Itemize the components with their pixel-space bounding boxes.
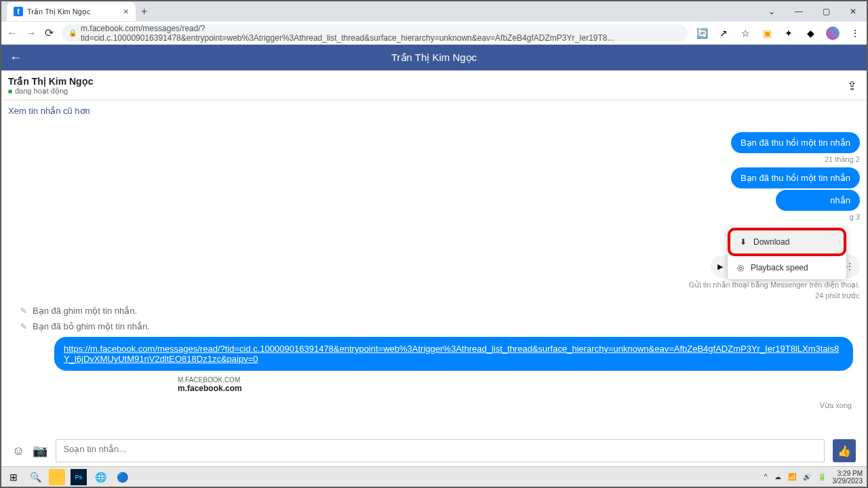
photoshop-icon[interactable]: Ps [71, 469, 87, 485]
link-message: https://m.facebook.com/messages/read/?ti… [54, 337, 853, 371]
bookmark-icon[interactable]: ☆ [739, 27, 751, 39]
extension2-icon[interactable]: ◆ [804, 27, 816, 39]
recalled-message: Bạn đã thu hồi một tin nhắn [731, 132, 860, 153]
profile-avatar[interactable] [826, 26, 840, 40]
preview-title: m.facebook.com [178, 384, 846, 393]
facebook-favicon: f [14, 7, 23, 16]
window-controls: ⌄ — ▢ ✕ [758, 1, 867, 22]
audio-menu-icon[interactable]: ⋮ [845, 261, 854, 272]
browser-tab[interactable]: f Trần Thị Kim Ngọc × [7, 2, 136, 21]
menu-icon[interactable]: ⋮ [849, 27, 861, 39]
recalled-message-partial: nhắn [776, 190, 860, 211]
explorer-icon[interactable] [49, 469, 65, 485]
puzzle-icon[interactable]: ✦ [783, 27, 795, 39]
maximize-button[interactable]: ▢ [812, 1, 840, 22]
preview-domain: M.FACEBOOK.COM [178, 376, 846, 384]
app-icon[interactable]: 🔵 [114, 469, 130, 485]
download-icon: ⬇ [740, 237, 747, 247]
start-button[interactable]: ⊞ [5, 469, 22, 485]
message-link[interactable]: https://m.facebook.com/messages/read/?ti… [64, 344, 839, 364]
message-timestamp: g 3 [850, 213, 860, 221]
lock-icon: 🔒 [68, 29, 77, 37]
extension-icon[interactable]: ▣ [761, 27, 773, 39]
system-message: ✎ Bạn đã ghim một tin nhắn. [20, 306, 848, 316]
conversation-header: Trần Thị Kim Ngọc đang hoạt động ⇪ [1, 70, 867, 100]
close-tab-icon[interactable]: × [123, 6, 129, 17]
tray-chevron-icon[interactable]: ^ [764, 473, 768, 481]
close-window-button[interactable]: ✕ [840, 1, 867, 22]
fb-back-button[interactable]: ← [9, 51, 22, 65]
just-now-timestamp: Vừa xong [16, 401, 852, 410]
speed-icon: ◎ [737, 263, 744, 272]
clock[interactable]: 3:29 PM 3/29/2023 [833, 470, 863, 485]
url-text: m.facebook.com/messages/read/?tid=cid.c.… [81, 24, 681, 43]
volume-icon[interactable]: 🔊 [803, 473, 811, 481]
share-icon[interactable]: ↗ [717, 27, 730, 39]
audio-context-menu: ⬇ Download ◎ Playback speed [728, 228, 846, 279]
message-composer: ☺ 📷 👍 [7, 435, 861, 466]
system-message: ✎ Bạn đã bỏ ghim một tin nhắn. [20, 321, 848, 331]
emoji-icon[interactable]: ☺ [12, 444, 24, 458]
browser-titlebar: f Trần Thị Kim Ngọc × + ⌄ — ▢ ✕ [1, 1, 867, 22]
search-icon[interactable]: 🔍 [27, 469, 43, 485]
download-menu-item[interactable]: ⬇ Download [728, 228, 846, 256]
online-dot-icon [8, 89, 12, 94]
contact-name: Trần Thị Kim Ngọc [8, 76, 860, 87]
fb-header: ← Trần Thị Kim Ngọc [1, 45, 867, 70]
message-input[interactable] [56, 439, 825, 462]
message-list: Xem tin nhắn cũ hơn Bạn đã thu hồi một t… [1, 100, 867, 419]
message-timestamp: 21 tháng 2 [825, 155, 860, 163]
address-bar[interactable]: 🔒 m.facebook.com/messages/read/?tid=cid.… [62, 24, 688, 42]
voice-timestamp: 24 phút trước [815, 291, 860, 300]
recalled-message: Bạn đã thu hồi một tin nhắn [731, 167, 860, 188]
back-button[interactable]: ← [7, 27, 18, 39]
minimize-button[interactable]: — [785, 1, 812, 22]
playback-speed-menu-item[interactable]: ◎ Playback speed [728, 256, 846, 279]
browser-toolbar: ← → ⟳ 🔒 m.facebook.com/messages/read/?ti… [1, 22, 867, 45]
contact-status: đang hoạt động [8, 87, 860, 96]
onedrive-icon[interactable]: ☁ [774, 473, 781, 481]
reload-button[interactable]: ⟳ [45, 26, 54, 39]
send-button[interactable]: 👍 [833, 439, 856, 462]
wifi-icon[interactable]: 📶 [788, 473, 796, 481]
share-out-icon[interactable]: ⇪ [847, 79, 857, 94]
pencil-icon: ✎ [20, 306, 27, 316]
tab-title: Trần Thị Kim Ngọc [27, 7, 90, 16]
new-tab-button[interactable]: + [141, 5, 147, 18]
pencil-icon: ✎ [20, 322, 27, 331]
fb-header-title: Trần Thị Kim Ngọc [391, 52, 477, 64]
voice-hint: Gửi tin nhắn thoại bằng Messenger trên đ… [689, 281, 860, 289]
older-messages-link[interactable]: Xem tin nhắn cũ hơn [8, 106, 860, 116]
play-icon[interactable]: ▶ [717, 262, 723, 271]
battery-icon[interactable]: 🔋 [818, 473, 826, 481]
link-preview[interactable]: M.FACEBOOK.COM m.facebook.com [171, 371, 853, 399]
camera-icon[interactable]: 📷 [33, 443, 47, 458]
system-tray: ^ ☁ 📶 🔊 🔋 3:29 PM 3/29/2023 [764, 470, 863, 485]
chevron-down-icon[interactable]: ⌄ [758, 1, 785, 22]
forward-button[interactable]: → [26, 27, 37, 39]
translate-icon[interactable]: 🔄 [696, 27, 708, 39]
chrome-icon[interactable]: 🌐 [92, 469, 108, 485]
windows-taskbar: ⊞ 🔍 Ps 🌐 🔵 ^ ☁ 📶 🔊 🔋 3:29 PM 3/29/2023 [1, 466, 867, 487]
toolbar-actions: 🔄 ↗ ☆ ▣ ✦ ◆ ⋮ [696, 26, 861, 40]
